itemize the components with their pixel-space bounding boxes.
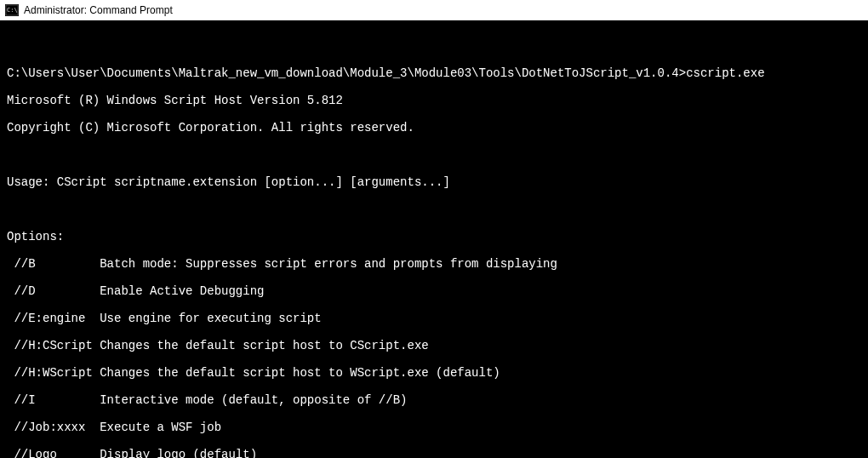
titlebar-text: Administrator: Command Prompt [24,4,173,16]
output-line: //H:CScript Changes the default script h… [7,339,861,352]
titlebar[interactable]: C:\ Administrator: Command Prompt [0,0,868,20]
svg-text:C:\: C:\ [7,7,18,14]
output-line: //I Interactive mode (default, opposite … [7,393,861,407]
output-line: //E:engine Use engine for executing scri… [7,312,861,325]
output-line: //D Enable Active Debugging [7,284,861,298]
terminal-output[interactable]: C:\Users\User\Documents\Maltrak_new_vm_d… [0,20,868,458]
output-line: //Job:xxxx Execute a WSF job [7,421,861,434]
output-line [7,203,861,216]
output-line: Copyright (C) Microsoft Corporation. All… [7,121,861,135]
output-line: Usage: CScript scriptname.extension [opt… [7,175,861,189]
output-line: //Logo Display logo (default) [7,448,861,458]
cmd-icon: C:\ [5,4,19,16]
output-line: //H:WScript Changes the default script h… [7,366,861,380]
output-line [7,39,861,53]
output-line: Options: [7,230,861,243]
output-line [7,148,861,162]
output-line: Microsoft (R) Windows Script Host Versio… [7,94,861,107]
output-line: //B Batch mode: Suppresses script errors… [7,257,861,271]
output-line: C:\Users\User\Documents\Maltrak_new_vm_d… [7,66,861,80]
